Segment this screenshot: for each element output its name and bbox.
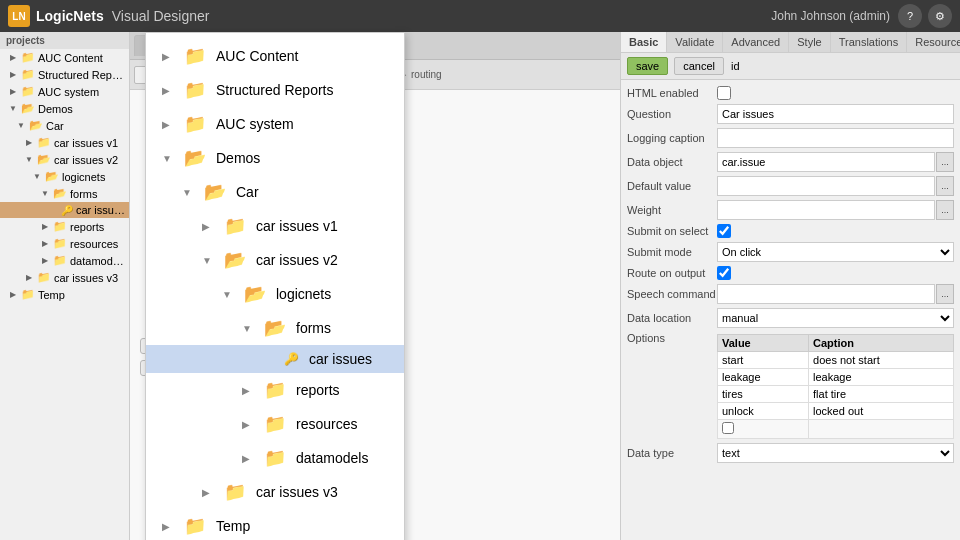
speech-command-label: Speech command — [627, 288, 717, 300]
chevron-right-icon: ▶ — [202, 221, 214, 232]
toggle-icon: ▼ — [40, 189, 50, 199]
tab-translations[interactable]: Translations — [831, 32, 908, 52]
dd-car-issues-selected[interactable]: 🔑 car issues — [146, 345, 404, 373]
sidebar-label: car issues v1 — [54, 137, 118, 149]
sidebar-label: Demos — [38, 103, 73, 115]
data-type-select[interactable]: text — [717, 443, 954, 463]
dd-structured-reports[interactable]: ▶ 📁 Structured Reports — [146, 73, 404, 107]
default-value-input[interactable] — [717, 176, 935, 196]
toggle-icon: ▶ — [8, 87, 18, 97]
route-on-output-checkbox[interactable] — [717, 266, 731, 280]
option-caption-new[interactable] — [809, 420, 954, 439]
option-caption[interactable]: does not start — [809, 352, 954, 369]
dd-logicnets[interactable]: ▼ 📂 logicnets — [146, 277, 404, 311]
submit-mode-select[interactable]: On click — [717, 242, 954, 262]
toggle-icon: ▶ — [40, 222, 50, 232]
data-location-row: Data location manual — [627, 308, 954, 328]
sidebar-item-structured-reports[interactable]: ▶ 📁 Structured Reports — [0, 66, 129, 83]
sidebar-item-auc-system[interactable]: ▶ 📁 AUC system — [0, 83, 129, 100]
option-value-new[interactable] — [718, 420, 809, 439]
dd-item-label: car issues v3 — [256, 484, 338, 500]
dd-forms[interactable]: ▼ 📂 forms — [146, 311, 404, 345]
sidebar-item-car-issues-v2[interactable]: ▼ 📂 car issues v2 — [0, 151, 129, 168]
sidebar-item-auc-content[interactable]: ▶ 📁 AUC Content — [0, 49, 129, 66]
dd-car-issues-v1[interactable]: ▶ 📁 car issues v1 — [146, 209, 404, 243]
sidebar-item-reports[interactable]: ▶ 📁 reports — [0, 218, 129, 235]
speech-command-browse-button[interactable]: … — [936, 284, 954, 304]
option-value[interactable]: unlock — [718, 403, 809, 420]
help-button[interactable]: ? — [898, 4, 922, 28]
sidebar-item-forms[interactable]: ▼ 📂 forms — [0, 185, 129, 202]
tab-advanced[interactable]: Advanced — [723, 32, 789, 52]
weight-input[interactable] — [717, 200, 935, 220]
option-value[interactable]: start — [718, 352, 809, 369]
dd-item-label: resources — [296, 416, 357, 432]
option-row-start: start does not start — [718, 352, 954, 369]
settings-button[interactable]: ⚙ — [928, 4, 952, 28]
dd-auc-content[interactable]: ▶ 📁 AUC Content — [146, 39, 404, 73]
weight-browse-button[interactable]: … — [936, 200, 954, 220]
submit-mode-row: Submit mode On click — [627, 242, 954, 262]
dd-reports[interactable]: ▶ 📁 reports — [146, 373, 404, 407]
tab-style[interactable]: Style — [789, 32, 830, 52]
default-value-browse-button[interactable]: … — [936, 176, 954, 196]
dd-car[interactable]: ▼ 📂 Car — [146, 175, 404, 209]
brand-name: LogicNets — [36, 8, 104, 24]
dd-item-label: car issues v2 — [256, 252, 338, 268]
folder-icon: 📁 — [21, 51, 35, 64]
caption-header: Caption — [809, 335, 954, 352]
dd-resources[interactable]: ▶ 📁 resources — [146, 407, 404, 441]
option-caption[interactable]: locked out — [809, 403, 954, 420]
question-input[interactable] — [717, 104, 954, 124]
weight-row: Weight … — [627, 200, 954, 220]
html-enabled-checkbox[interactable] — [717, 86, 731, 100]
options-table-container: Value Caption start does not start leaka… — [717, 332, 954, 439]
tab-validate[interactable]: Validate — [667, 32, 723, 52]
sidebar-item-car-issues-v3[interactable]: ▶ 📁 car issues v3 — [0, 269, 129, 286]
sidebar-item-car-issues-v1[interactable]: ▶ 📁 car issues v1 — [0, 134, 129, 151]
dd-demos[interactable]: ▼ 📂 Demos — [146, 141, 404, 175]
sidebar-item-datamodels[interactable]: ▶ 📁 datamodels — [0, 252, 129, 269]
sidebar-item-resources[interactable]: ▶ 📁 resources — [0, 235, 129, 252]
sidebar-item-car[interactable]: ▼ 📂 Car — [0, 117, 129, 134]
option-value[interactable]: tires — [718, 386, 809, 403]
dd-datamodels[interactable]: ▶ 📁 datamodels — [146, 441, 404, 475]
sidebar-item-temp[interactable]: ▶ 📁 Temp — [0, 286, 129, 303]
data-object-input[interactable] — [717, 152, 935, 172]
save-button[interactable]: save — [627, 57, 668, 75]
tab-resources[interactable]: Resources — [907, 32, 960, 52]
dd-auc-system[interactable]: ▶ 📁 AUC system — [146, 107, 404, 141]
dd-car-issues-v2[interactable]: ▼ 📂 car issues v2 — [146, 243, 404, 277]
option-caption[interactable]: flat tire — [809, 386, 954, 403]
toggle-icon: ▶ — [8, 70, 18, 80]
folder-open-icon: 📂 — [29, 119, 43, 132]
submit-on-select-checkbox[interactable] — [717, 224, 731, 238]
folder-icon: 📁 — [184, 515, 206, 537]
speech-command-row: Speech command … — [627, 284, 954, 304]
data-object-browse-button[interactable]: … — [936, 152, 954, 172]
dd-item-label: datamodels — [296, 450, 368, 466]
speech-command-input[interactable] — [717, 284, 935, 304]
sidebar-label: reports — [70, 221, 104, 233]
chevron-down-icon: ▼ — [242, 323, 254, 334]
tab-basic[interactable]: Basic — [621, 32, 667, 52]
toggle-icon: ▶ — [40, 239, 50, 249]
dd-temp[interactable]: ▶ 📁 Temp — [146, 509, 404, 540]
dd-car-issues-v3[interactable]: ▶ 📁 car issues v3 — [146, 475, 404, 509]
folder-icon: 📁 — [184, 113, 206, 135]
data-object-label: Data object — [627, 156, 717, 168]
option-value[interactable]: leakage — [718, 369, 809, 386]
option-caption[interactable]: leakage — [809, 369, 954, 386]
cancel-button[interactable]: cancel — [674, 57, 724, 75]
new-option-checkbox[interactable] — [722, 422, 734, 434]
folder-icon: 📁 — [37, 136, 51, 149]
data-location-select[interactable]: manual — [717, 308, 954, 328]
key-icon: 🔑 — [61, 205, 73, 216]
sidebar-item-demos[interactable]: ▼ 📂 Demos — [0, 100, 129, 117]
folder-open-icon: 📂 — [264, 317, 286, 339]
sidebar-item-car-issues[interactable]: 🔑 car issues — [0, 202, 129, 218]
logging-caption-input[interactable] — [717, 128, 954, 148]
data-type-label: Data type — [627, 447, 717, 459]
sidebar-item-logicnets[interactable]: ▼ 📂 logicnets — [0, 168, 129, 185]
toggle-icon: ▶ — [8, 53, 18, 63]
